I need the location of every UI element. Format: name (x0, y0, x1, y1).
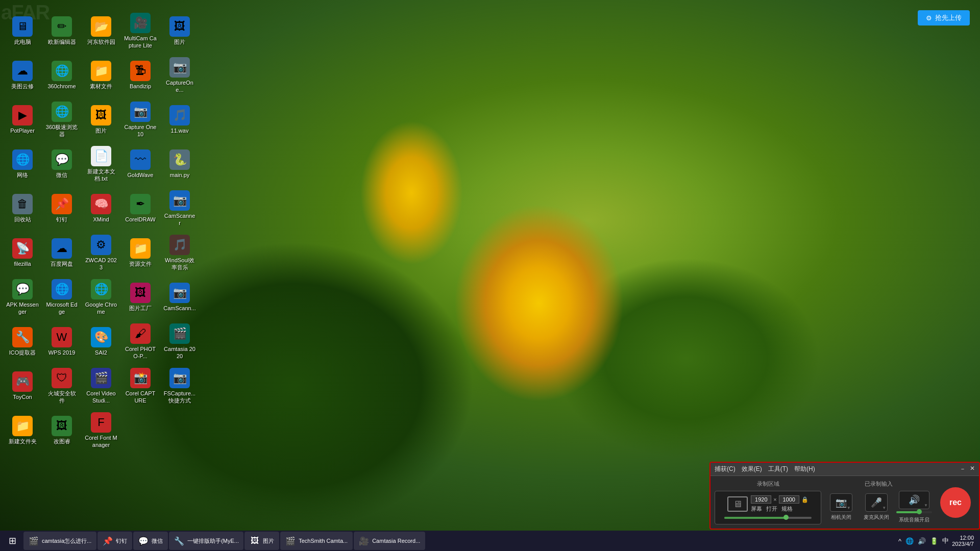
desktop-icon-toycon[interactable]: 🎮 ToyCon (4, 364, 41, 408)
icon-label-newtxt: 新建文本文档.txt (85, 168, 117, 182)
desktop-icon-googlechrome[interactable]: 🌐 Google Chrome (83, 276, 119, 319)
desktop-icon-camscanner2[interactable]: 📷 CamScann... (161, 276, 198, 319)
desktop-icon-mainpy[interactable]: 🐍 main.py (161, 142, 198, 186)
desktop-icon-captureone10[interactable]: 📷 Capture One 10 (122, 98, 159, 141)
icon-image-sai2: 🎨 (91, 327, 111, 347)
icon-label-fscapture: FSCapture... 快捷方式 (163, 390, 196, 404)
minimize-button[interactable]: － (960, 465, 966, 473)
rec-button[interactable]: rec (940, 487, 971, 518)
screen-label[interactable]: 屏幕 (751, 505, 762, 513)
desktop-icon-computer[interactable]: 🖥 此电脑 (4, 9, 41, 53)
icon-label-sai2: SAI2 (95, 349, 107, 356)
desktop-icon-wechat[interactable]: 💬 微信 (43, 142, 80, 186)
desktop-icon-wps2019[interactable]: W WPS 2019 (43, 320, 80, 363)
recorder-menu-item[interactable]: 帮助(H) (794, 465, 815, 473)
desktop-icon-potplayer[interactable]: ▶ PotPlayer (4, 98, 41, 141)
icon-image-goldwave: 〰 (130, 149, 151, 170)
desktop-icon-network[interactable]: 🌐 网络 (4, 142, 41, 186)
desktop-icon-corelfonts[interactable]: F Corel Font Manager (83, 409, 119, 452)
height-input[interactable] (779, 495, 799, 504)
icon-image-meitu: ☁ (12, 61, 33, 81)
desktop-icon-newtxt[interactable]: 📄 新建文本文档.txt (83, 142, 119, 186)
desktop-icon-xmind[interactable]: 🧠 XMind (83, 187, 119, 230)
desktop-icon-photos2[interactable]: 🖼 图片 (83, 98, 119, 141)
desktop-icon-corelcapture[interactable]: 📸 Corel CAPTURE (122, 364, 159, 408)
taskbar-item-techsmith[interactable]: 🎬 TechSmith Camta... (280, 532, 353, 550)
clock[interactable]: 12:00 2023/4/7 (952, 535, 974, 547)
icon-image-ouxin: ✏ (52, 16, 72, 37)
desktop-icon-baiduyun[interactable]: ☁ 百度网盘 (43, 231, 80, 274)
taskbar-item-wechat[interactable]: 💬 微信 (133, 532, 168, 550)
desktop-icon-multicam[interactable]: 🎥 MultiCam Capture Lite (122, 9, 159, 53)
desktop-icon-photos1[interactable]: 🖼 图片 (161, 9, 198, 53)
desktop-icon-coreldraw[interactable]: ✒ CorelDRAW (122, 187, 159, 230)
icon-label-camscanner1: CamScanner (163, 213, 196, 226)
desktop-icon-photofactory[interactable]: 🖼 图片工厂 (122, 276, 159, 319)
icon-image-corelcapture: 📸 (130, 368, 151, 388)
system-audio-button[interactable]: 🔊 ▼ (899, 491, 929, 509)
desktop-icon-bandizip[interactable]: 🗜 Bandizip (122, 54, 159, 97)
sys-audio-dropdown-arrow: ▼ (924, 503, 928, 508)
desktop-icon-zwcad[interactable]: ⚙ ZWCAD 2023 (83, 231, 119, 274)
desktop-icon-fscapture[interactable]: 📷 FSCapture... 快捷方式 (161, 364, 198, 408)
desktop-icon-apkmsg[interactable]: 💬 APK Messenger (4, 276, 41, 319)
desktop-icon-sai2[interactable]: 🎨 SAI2 (83, 320, 119, 363)
recorder-menu-item[interactable]: 效果(E) (742, 465, 762, 473)
desktop-icon-camscanner1[interactable]: 📷 CamScanner (161, 187, 198, 230)
desktop-icon-wav[interactable]: 🎵 11.wav (161, 98, 198, 141)
taskbar-item-camtasia-help[interactable]: 🎬 camtasia怎么进行... (23, 532, 96, 550)
desktop-icon-360chrome[interactable]: 🌐 360chrome (43, 54, 80, 97)
desktop-icon-meitu[interactable]: ☁ 美图云修 (4, 54, 41, 97)
icon-image-msedge: 🌐 (52, 279, 72, 299)
desktop-icon-ziyuan[interactable]: 📁 资源文件 (122, 231, 159, 274)
taskbar-item-dingding[interactable]: 📌 钉钉 (97, 532, 132, 550)
desktop-icon-corelvideo[interactable]: 🎬 Corel VideoStudi... (83, 364, 119, 408)
upload-button[interactable]: ⚙ 抢先上传 (918, 10, 970, 26)
desktop-icon-filezilla[interactable]: 📡 filezilla (4, 231, 41, 274)
desktop-icon-huocheng[interactable]: 🛡 火城安全软件 (43, 364, 80, 408)
camera-button[interactable]: 📷 ▼ (830, 493, 852, 512)
icon-image-newfile: 📁 (12, 416, 33, 436)
capture-slider[interactable] (724, 517, 812, 519)
desktop-icon-camtasia2020[interactable]: 🎬 Camtasia 2020 (161, 320, 198, 363)
desktop-icon-corelphoto[interactable]: 🖌 Corel PHOTO-P... (122, 320, 159, 363)
desktop-icon-icoextract[interactable]: 🔧 ICO提取器 (4, 320, 41, 363)
icon-label-photofactory: 图片工厂 (129, 305, 152, 312)
tray-expand[interactable]: ^ (898, 537, 901, 545)
taskbar-label-yijienpai: 一键排版助手(MyE... (187, 537, 238, 545)
width-input[interactable] (751, 495, 771, 504)
close-button[interactable]: ✕ (970, 465, 975, 473)
desktop-icon-hedong[interactable]: 📂 河东软件园 (83, 9, 119, 53)
recorder-menu-item[interactable]: 工具(T) (768, 465, 788, 473)
recorder-menu-item[interactable]: 捕获(C) (715, 465, 736, 473)
icon-label-potplayer: PotPlayer (10, 128, 35, 134)
mic-button[interactable]: 🎤 ▼ (865, 493, 888, 512)
desktop-icon-sucai[interactable]: 📁 素材文件 (83, 54, 119, 97)
desktop-icon-recycle[interactable]: 🗑 回收站 (4, 187, 41, 230)
camera-label: 相机关闭 (831, 514, 851, 521)
desktop-icon-gaitu[interactable]: 🖼 改图睿 (43, 409, 80, 452)
desktop-icon-360browser[interactable]: 🌐 360极速浏览器 (43, 98, 80, 141)
lock-icon: 🔒 (801, 496, 808, 503)
taskbar-item-photos3[interactable]: 🖼 图片 (244, 532, 279, 550)
desktop-icon-captureone[interactable]: 📷 CaptureOne... (161, 54, 198, 97)
desktop-icon-dingding[interactable]: 📌 钉钉 (43, 187, 80, 230)
desktop-icon-goldwave[interactable]: 〰 GoldWave (122, 142, 159, 186)
open-label[interactable]: 打开 (766, 505, 777, 513)
icon-label-corelcapture: Corel CAPTURE (124, 390, 157, 404)
desktop-icon-msedge[interactable]: 🌐 Microsoft Edge (43, 276, 80, 319)
desktop-icon-ouxin[interactable]: ✏ 欧新编辑器 (43, 9, 80, 53)
desktop-icon-windsoul[interactable]: 🎵 WindSoul效率音乐 (161, 231, 198, 274)
taskbar-label-photos3: 图片 (263, 537, 274, 545)
icon-label-photos2: 图片 (95, 128, 107, 134)
taskbar-item-yijienpai[interactable]: 🔧 一键排版助手(MyE... (169, 532, 243, 550)
desktop-icon-newfile[interactable]: 📁 新建文件夹 (4, 409, 41, 452)
icon-label-apkmsg: APK Messenger (6, 302, 39, 315)
upload-label: 抢先上传 (935, 13, 962, 22)
taskbar-item-camtasia-rec[interactable]: 🎥 Camtasia Record... (354, 532, 425, 550)
grid-label[interactable]: 规格 (781, 505, 793, 513)
start-button[interactable]: ⊞ (2, 532, 22, 550)
icon-image-filezilla: 📡 (12, 238, 33, 259)
icon-label-baiduyun: 百度网盘 (51, 261, 73, 267)
icon-image-sucai: 📁 (91, 61, 111, 81)
